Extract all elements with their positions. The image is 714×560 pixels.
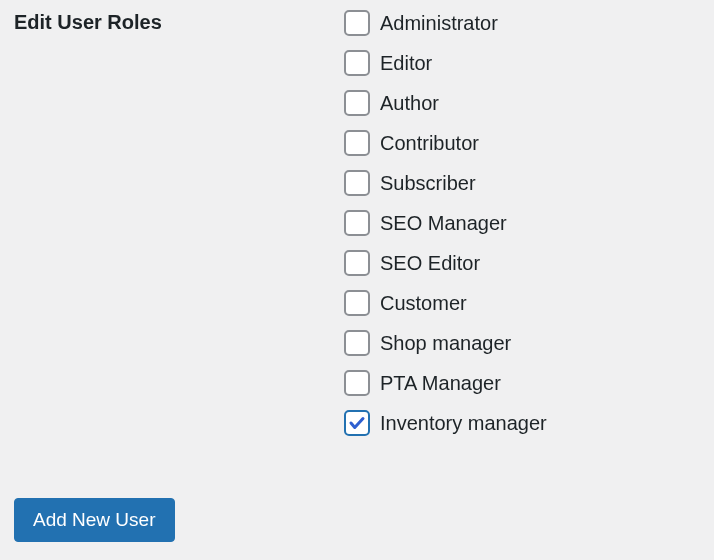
roles-list: AdministratorEditorAuthorContributorSubs… [344, 10, 547, 436]
role-item: Shop manager [344, 330, 547, 356]
role-label[interactable]: PTA Manager [380, 372, 501, 395]
role-checkbox[interactable] [344, 130, 370, 156]
role-label[interactable]: Administrator [380, 12, 498, 35]
role-item: Author [344, 90, 547, 116]
role-label[interactable]: Inventory manager [380, 412, 547, 435]
role-checkbox[interactable] [344, 250, 370, 276]
role-checkbox[interactable] [344, 90, 370, 116]
role-label[interactable]: Contributor [380, 132, 479, 155]
role-checkbox[interactable] [344, 290, 370, 316]
role-item: SEO Editor [344, 250, 547, 276]
role-item: PTA Manager [344, 370, 547, 396]
role-label[interactable]: SEO Manager [380, 212, 507, 235]
role-checkbox[interactable] [344, 10, 370, 36]
role-item: Editor [344, 50, 547, 76]
role-checkbox[interactable] [344, 370, 370, 396]
role-label[interactable]: Editor [380, 52, 432, 75]
role-label[interactable]: Author [380, 92, 439, 115]
submit-area: Add New User [14, 498, 175, 542]
checkmark-icon [348, 414, 366, 432]
add-new-user-button[interactable]: Add New User [14, 498, 175, 542]
role-checkbox[interactable] [344, 170, 370, 196]
role-label[interactable]: Shop manager [380, 332, 511, 355]
role-checkbox[interactable] [344, 330, 370, 356]
role-item: Subscriber [344, 170, 547, 196]
role-checkbox[interactable] [344, 210, 370, 236]
role-item: Administrator [344, 10, 547, 36]
section-title: Edit User Roles [14, 10, 344, 34]
role-item: SEO Manager [344, 210, 547, 236]
role-checkbox[interactable] [344, 410, 370, 436]
role-checkbox[interactable] [344, 50, 370, 76]
role-item: Contributor [344, 130, 547, 156]
role-item: Inventory manager [344, 410, 547, 436]
role-label[interactable]: Subscriber [380, 172, 476, 195]
role-label[interactable]: SEO Editor [380, 252, 480, 275]
role-label[interactable]: Customer [380, 292, 467, 315]
role-item: Customer [344, 290, 547, 316]
edit-user-roles-row: Edit User Roles AdministratorEditorAutho… [0, 0, 714, 436]
